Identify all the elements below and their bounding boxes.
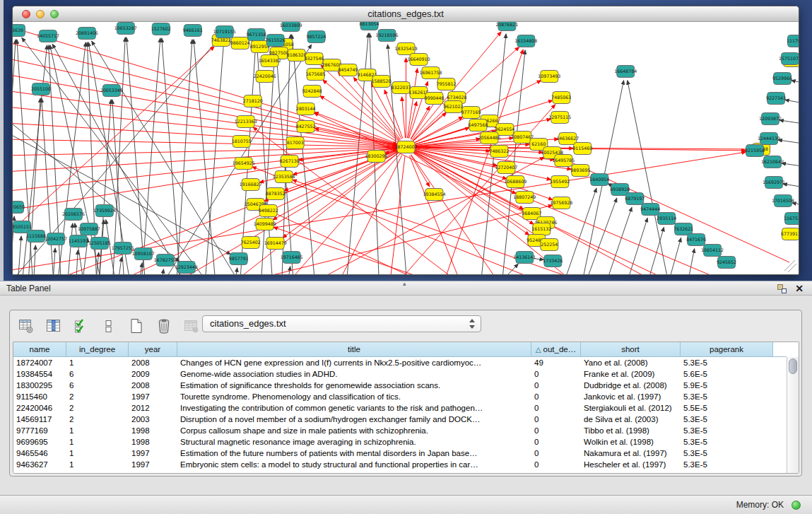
network-node[interactable]: 817003 <box>286 137 304 149</box>
network-node[interactable]: 9227343 <box>766 93 786 105</box>
network-edge[interactable] <box>782 163 799 170</box>
network-node[interactable]: 8454749 <box>339 64 358 76</box>
select-rows-button[interactable] <box>72 317 90 335</box>
network-edge[interactable] <box>785 100 799 108</box>
table-row[interactable]: 2242004622012Investigating the contribut… <box>13 402 787 414</box>
table-settings-button[interactable] <box>17 317 35 335</box>
network-node[interactable]: 10654112 <box>701 245 724 257</box>
network-node[interactable]: 16543382 <box>259 55 281 67</box>
network-node[interactable]: 16154808 <box>514 35 537 47</box>
network-edge[interactable] <box>384 90 403 139</box>
new-document-button[interactable] <box>127 317 146 335</box>
network-node[interactable]: 1588520 <box>372 76 392 88</box>
network-node[interactable]: 2935114 <box>657 213 676 225</box>
network-node[interactable]: 18724007 <box>395 141 418 153</box>
network-node[interactable]: 2820659 <box>13 201 25 214</box>
network-node[interactable]: 9671358 <box>247 29 266 41</box>
network-edge[interactable] <box>75 250 78 274</box>
network-node[interactable]: 8267130 <box>280 156 300 168</box>
network-edge[interactable] <box>779 120 799 128</box>
network-edge[interactable] <box>115 257 122 274</box>
window-resize-grip[interactable] <box>784 260 795 271</box>
network-node[interactable]: 10688609 <box>504 176 526 188</box>
network-edge[interactable] <box>204 41 224 274</box>
network-edge[interactable] <box>140 38 160 274</box>
network-node[interactable]: 16033809 <box>280 22 302 32</box>
network-node[interactable]: 15692971 <box>763 177 785 189</box>
network-edge[interactable] <box>409 156 471 274</box>
network-node[interactable]: 9474444 <box>640 204 660 216</box>
network-node[interactable]: 6773913 <box>781 228 799 240</box>
network-node[interactable]: 2803144 <box>296 103 316 115</box>
network-node[interactable]: 14136141 <box>513 252 536 264</box>
network-node[interactable]: 8186328 <box>287 49 307 62</box>
clear-selection-button[interactable] <box>100 317 118 335</box>
network-node[interactable]: 9857224 <box>307 31 326 43</box>
network-node[interactable]: 7625402 <box>241 237 261 249</box>
network-node[interactable]: 12720407 <box>495 162 517 174</box>
network-node[interactable]: 6497568 <box>468 119 488 132</box>
table-row[interactable]: 946554611997Estimation of the future num… <box>13 448 787 459</box>
network-node[interactable]: 8878352 <box>266 188 286 200</box>
network-node[interactable]: 18807249 <box>513 192 536 204</box>
column-header-pagerank[interactable]: pagerank <box>681 342 773 356</box>
column-header-title[interactable]: title <box>177 342 531 356</box>
network-node[interactable]: 16914479 <box>264 238 287 250</box>
network-node[interactable]: 9327546 <box>305 53 324 65</box>
network-node[interactable]: 8427552 <box>296 121 316 133</box>
table-row[interactable]: 977716911998Corpus callosum shape and si… <box>13 425 787 436</box>
network-window-titlebar[interactable]: citations_edges.txt <box>13 6 799 22</box>
delete-trash-button[interactable] <box>155 317 173 335</box>
network-node[interactable]: 9860124 <box>230 37 250 49</box>
column-header-out_de[interactable]: △out_de… <box>531 342 581 356</box>
table-row[interactable]: 969969511998Structural magnetic resonanc… <box>13 436 787 448</box>
network-node[interactable]: 6879197 <box>625 193 645 205</box>
network-edge[interactable] <box>66 223 73 274</box>
network-edge[interactable] <box>13 47 214 255</box>
network-node[interactable]: 19716485 <box>281 252 303 264</box>
network-node[interactable]: 12444139 <box>758 133 780 145</box>
column-header-year[interactable]: year <box>129 342 177 356</box>
network-edge[interactable] <box>683 249 694 274</box>
network-edge[interactable] <box>13 33 397 145</box>
table-row[interactable]: 911546021997Tourette syndrome. Phenomeno… <box>13 391 787 402</box>
network-edge[interactable] <box>402 97 406 138</box>
network-edge[interactable] <box>13 148 397 216</box>
network-node[interactable]: 1640954 <box>589 174 609 186</box>
network-node[interactable]: 1145191 <box>69 235 88 247</box>
network-edge[interactable] <box>792 203 799 211</box>
network-node[interactable]: 12353584 <box>273 171 295 183</box>
network-node[interactable]: 1955492 <box>550 176 570 188</box>
float-panel-icon[interactable] <box>777 284 787 293</box>
column-header-short[interactable]: short <box>581 342 681 356</box>
network-node[interactable]: 19384554 <box>423 189 445 201</box>
network-node[interactable]: 17957255 <box>112 243 134 255</box>
network-edge[interactable] <box>620 218 647 274</box>
network-node[interactable]: 9621022 <box>443 101 463 113</box>
network-node[interactable]: 8322037 <box>392 82 411 94</box>
table-scrollbar-thumb[interactable] <box>789 358 797 374</box>
network-node[interactable]: 10958107 <box>132 248 155 260</box>
network-edge[interactable] <box>320 96 399 143</box>
network-node[interactable]: 9466161 <box>183 25 203 37</box>
column-header-in_degree[interactable]: in_degree <box>66 342 129 356</box>
network-node[interactable]: 1527602 <box>151 23 171 35</box>
table-scrollbar[interactable] <box>787 357 799 473</box>
network-node[interactable]: 20564486 <box>478 132 500 144</box>
network-edge[interactable] <box>778 140 799 148</box>
network-window[interactable]: citations_edges.txt 18724007183002951938… <box>12 6 799 275</box>
network-node[interactable]: 8471676 <box>686 234 706 246</box>
network-node[interactable]: 16639 <box>13 25 25 37</box>
network-node[interactable]: 19166827 <box>240 179 262 191</box>
column-header-name[interactable]: name <box>13 342 66 356</box>
network-node[interactable]: 22420046 <box>254 71 276 83</box>
network-node[interactable]: 9990448 <box>424 93 444 105</box>
network-node[interactable]: 17359924 <box>93 205 116 217</box>
network-node[interactable]: 9777169 <box>461 107 481 119</box>
network-node[interactable]: 16210643 <box>761 156 784 168</box>
network-node[interactable]: 252254 <box>541 239 558 251</box>
network-node[interactable]: 7955812 <box>436 78 456 90</box>
network-edge[interactable] <box>126 37 147 274</box>
network-node[interactable]: 7486322 <box>489 146 509 158</box>
network-node[interactable]: 19756928 <box>550 197 572 209</box>
